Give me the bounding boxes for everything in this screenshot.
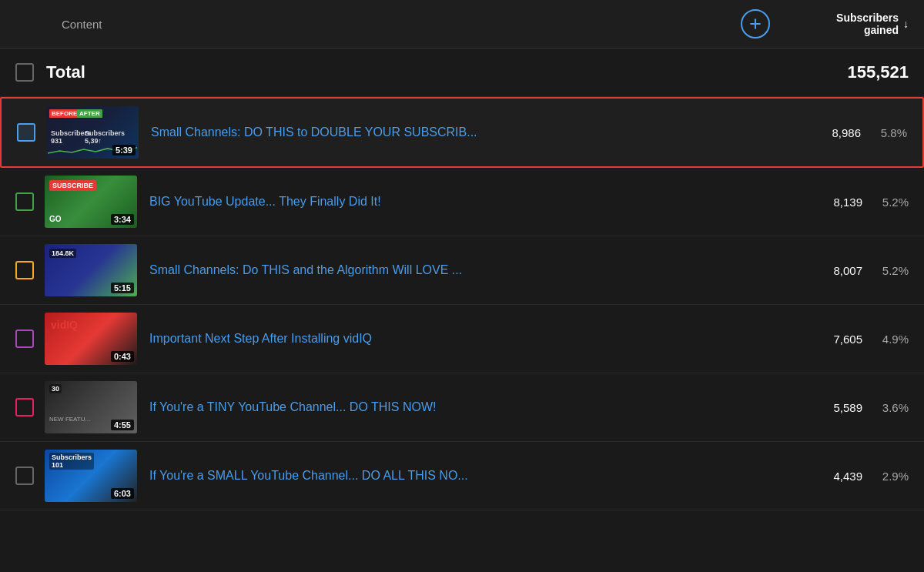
subscriber-count-2: Subscribers101 bbox=[49, 453, 94, 470]
video-title[interactable]: Small Channels: Do THIS and the Algorith… bbox=[149, 263, 801, 277]
video-duration: 0:43 bbox=[111, 351, 134, 362]
table-header: Content Subscribersgained ↓ bbox=[0, 0, 924, 49]
subscribers-pct: 5.2% bbox=[862, 196, 909, 209]
subscribers-count: 8,139 bbox=[801, 196, 862, 209]
table-row[interactable]: BEFORE AFTER Subscribers931 Subscribers5… bbox=[0, 97, 924, 168]
table-row[interactable]: Subscribers101 6:03If You're a SMALL You… bbox=[0, 442, 924, 510]
row-checkbox[interactable] bbox=[15, 467, 34, 485]
subscribers-count: 8,986 bbox=[799, 126, 861, 139]
subscribers-label: Subscribersgained bbox=[836, 12, 899, 36]
video-thumbnail: 184.8K 5:15 bbox=[45, 244, 137, 296]
channel-id: GO bbox=[49, 215, 62, 223]
video-duration: 3:34 bbox=[111, 214, 134, 225]
row-checkbox[interactable] bbox=[17, 123, 35, 142]
video-thumbnail: 30 NEW FEATU... 4:55 bbox=[45, 381, 137, 433]
video-duration: 5:39 bbox=[112, 145, 136, 156]
video-thumbnail: vidIQ 0:43 bbox=[45, 313, 137, 365]
video-thumbnail: SUBSCRIBE GO 3:34 bbox=[45, 176, 137, 228]
before-label: BEFORE bbox=[49, 109, 79, 118]
video-title[interactable]: If You're a SMALL YouTube Channel... DO … bbox=[149, 469, 801, 483]
total-label: Total bbox=[46, 62, 832, 82]
subscribers-pct: 2.9% bbox=[862, 470, 909, 483]
row-checkbox[interactable] bbox=[15, 398, 34, 416]
table-row[interactable]: SUBSCRIBE GO 3:34BIG YouTube Update... T… bbox=[0, 168, 924, 236]
row-checkbox[interactable] bbox=[15, 329, 34, 348]
after-stat: Subscribers5,39↑ bbox=[85, 129, 125, 145]
row-checkbox[interactable] bbox=[15, 192, 34, 211]
new-feature-label: NEW FEATU... bbox=[49, 416, 90, 423]
total-checkbox[interactable] bbox=[15, 63, 34, 82]
table-row[interactable]: 30 NEW FEATU... 4:55If You're a TINY You… bbox=[0, 373, 924, 442]
after-label: AFTER bbox=[77, 109, 102, 118]
video-title[interactable]: Important Next Step After Installing vid… bbox=[149, 332, 801, 346]
table-row[interactable]: 184.8K 5:15Small Channels: Do THIS and t… bbox=[0, 236, 924, 305]
video-list: BEFORE AFTER Subscribers931 Subscribers5… bbox=[0, 97, 924, 510]
subscribe-badge: SUBSCRIBE bbox=[49, 180, 96, 191]
vidiq-logo-icon: vidIQ bbox=[51, 319, 78, 331]
sort-arrow-icon: ↓ bbox=[903, 18, 909, 30]
subscriber-count: 30 bbox=[49, 384, 62, 393]
add-metric-button[interactable] bbox=[741, 9, 770, 38]
subscribers-pct: 4.9% bbox=[862, 333, 909, 346]
subscribers-count: 7,605 bbox=[801, 333, 862, 346]
video-title[interactable]: BIG YouTube Update... They Finally Did I… bbox=[149, 195, 801, 209]
subscribers-count: 4,439 bbox=[801, 470, 862, 483]
subscribers-pct: 5.2% bbox=[862, 264, 909, 277]
content-column-label: Content bbox=[15, 18, 741, 31]
video-title[interactable]: Small Channels: DO THIS to DOUBLE YOUR S… bbox=[151, 125, 799, 139]
video-duration: 4:55 bbox=[111, 420, 134, 430]
view-count: 184.8K bbox=[49, 249, 76, 258]
subscribers-count: 8,007 bbox=[801, 264, 862, 277]
video-thumbnail: Subscribers101 6:03 bbox=[45, 450, 137, 502]
row-checkbox[interactable] bbox=[15, 261, 34, 279]
total-value: 155,521 bbox=[832, 62, 909, 82]
subscribers-pct: 5.8% bbox=[861, 126, 907, 139]
subscribers-column-header[interactable]: Subscribersgained ↓ bbox=[785, 12, 909, 36]
table-row[interactable]: vidIQ 0:43Important Next Step After Inst… bbox=[0, 305, 924, 373]
video-title[interactable]: If You're a TINY YouTube Channel... DO T… bbox=[149, 400, 801, 414]
video-thumbnail: BEFORE AFTER Subscribers931 Subscribers5… bbox=[46, 106, 139, 159]
video-duration: 5:15 bbox=[111, 283, 134, 293]
video-duration: 6:03 bbox=[111, 488, 134, 499]
subscribers-pct: 3.6% bbox=[862, 401, 909, 414]
subscribers-count: 5,589 bbox=[801, 401, 862, 414]
total-row: Total 155,521 bbox=[0, 49, 924, 97]
